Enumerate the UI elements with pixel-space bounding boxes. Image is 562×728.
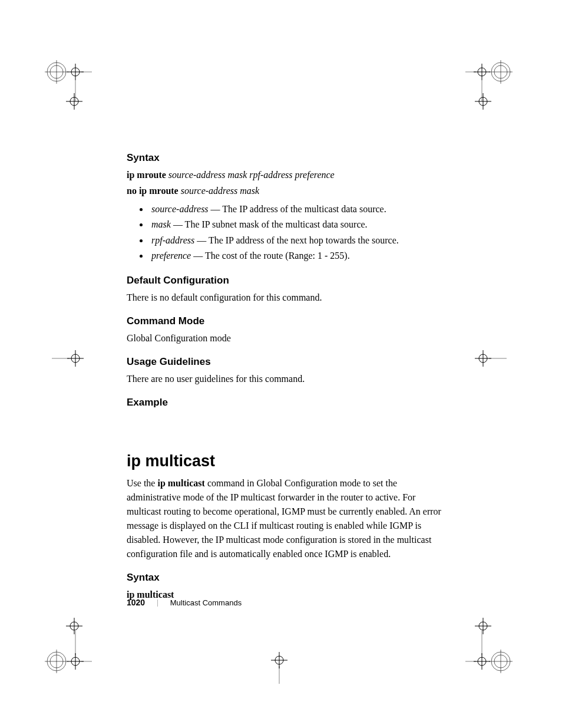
page-number: 1020 [127, 598, 145, 607]
syntax-heading: Syntax [127, 152, 445, 164]
syntax-line-1: ip mroute source-address mask rpf-addres… [127, 168, 445, 182]
param-term: source-address [151, 204, 209, 214]
cmd-bold: ip mroute [127, 170, 168, 180]
param-desc: — The IP address of the next hop towards… [194, 235, 399, 245]
param-term: mask [151, 219, 171, 229]
default-config-section: Default Configuration There is no defaul… [127, 275, 445, 305]
command-mode-text: Global Configuration mode [127, 331, 445, 345]
usage-section: Usage Guidelines There are no user guide… [127, 356, 445, 386]
crop-mark-icon [267, 648, 291, 684]
example-heading: Example [127, 397, 445, 409]
list-item: rpf-address — The IP address of the next… [149, 233, 445, 248]
param-desc: — The cost of the route (Range: 1 - 255)… [191, 251, 349, 261]
para-post: command in Global Configuration mode to … [127, 478, 441, 559]
usage-heading: Usage Guidelines [127, 356, 445, 368]
syntax2-heading: Syntax [127, 572, 445, 584]
para-bold: ip multicast [157, 478, 204, 488]
main-content: Syntax ip mroute source-address mask rpf… [127, 152, 445, 612]
param-desc: — The IP subnet mask of the multicast da… [171, 219, 368, 229]
command-mode-section: Command Mode Global Configuration mode [127, 315, 445, 345]
example-section: Example [127, 397, 445, 409]
ip-multicast-heading: ip multicast [127, 452, 445, 470]
crop-mark-icon [471, 90, 495, 113]
crop-mark-icon [471, 347, 507, 370]
usage-text: There are no user guidelines for this co… [127, 372, 445, 386]
footer-separator: | [157, 598, 158, 607]
crop-mark-corner-icon [45, 631, 92, 678]
syntax2-section: Syntax ip multicast [127, 572, 445, 602]
list-item: mask — The IP subnet mask of the multica… [149, 217, 445, 232]
crop-mark-icon [62, 90, 86, 113]
ip-multicast-para: Use the ip multicast command in Global C… [127, 476, 445, 561]
default-config-text: There is no default configuration for th… [127, 291, 445, 305]
syntax-line-2: no ip mroute source-address mask [127, 184, 445, 198]
footer-title: Multicast Commands [170, 598, 242, 607]
crop-mark-icon [52, 347, 87, 370]
footer: 1020 | Multicast Commands [127, 598, 242, 607]
cmd-italic: source-address mask [181, 186, 259, 196]
crop-mark-corner-icon [465, 631, 513, 678]
list-item: source-address — The IP address of the m… [149, 202, 445, 217]
param-desc: — The IP address of the multicast data s… [209, 204, 386, 214]
para-pre: Use the [127, 478, 157, 488]
list-item: preference — The cost of the route (Rang… [149, 248, 445, 263]
syntax-section: Syntax ip mroute source-address mask rpf… [127, 152, 445, 264]
param-list: source-address — The IP address of the m… [127, 202, 445, 264]
param-term: rpf-address [151, 235, 194, 245]
command-mode-heading: Command Mode [127, 315, 445, 327]
default-config-heading: Default Configuration [127, 275, 445, 286]
cmd-italic: source-address mask rpf-address preferen… [168, 170, 335, 180]
cmd-bold: no ip mroute [127, 186, 181, 196]
param-term: preference [151, 251, 191, 261]
